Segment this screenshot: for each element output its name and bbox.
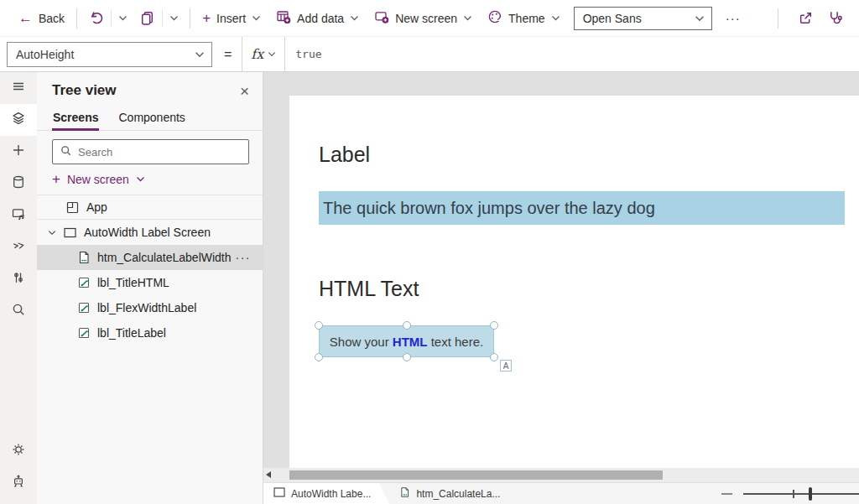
theme-menu-button[interactable]: Theme xyxy=(484,6,564,30)
breadcrumb-screen[interactable]: AutoWidth Labe... xyxy=(263,483,389,504)
chevron-down-icon xyxy=(136,176,145,182)
html-text-bold: HTML xyxy=(393,335,428,349)
resize-handle-bottom-left[interactable] xyxy=(315,353,323,361)
resize-handle-top-left[interactable] xyxy=(315,321,323,330)
fx-icon: fx xyxy=(251,46,263,62)
zoom-slider-thumb[interactable] xyxy=(809,487,812,501)
tree-item-control[interactable]: lbl_FlexWidthLabel xyxy=(37,295,263,320)
rail-virtual-agent-button[interactable] xyxy=(0,467,37,499)
tab-components[interactable]: Components xyxy=(117,107,185,130)
resize-handle-top-right[interactable] xyxy=(490,321,498,330)
robot-icon xyxy=(11,474,26,492)
share-icon xyxy=(798,10,814,26)
tree-view-tabs: Screens Components xyxy=(37,104,263,131)
zoom-out-icon[interactable] xyxy=(721,493,732,495)
tree-search xyxy=(52,139,249,164)
stethoscope-icon xyxy=(827,10,843,26)
breadcrumb-control[interactable]: htm_CalculateLa... xyxy=(389,486,500,501)
toolbar-divider xyxy=(76,8,77,29)
formula-bar: AutoHeight = fx true xyxy=(0,37,859,72)
tree-item-screen[interactable]: AutoWidth Label Screen xyxy=(37,220,263,245)
fx-dropdown-button[interactable]: fx xyxy=(242,37,285,72)
resize-handle-bottom-right[interactable] xyxy=(490,353,498,361)
panel-new-screen-button[interactable]: + New screen xyxy=(37,164,263,193)
screen-icon xyxy=(63,226,77,240)
app-screen[interactable]: Label The quick brown fox jumps over the… xyxy=(289,96,859,468)
clipboard-icon xyxy=(139,10,155,26)
resize-handle-bottom-center[interactable] xyxy=(403,353,411,361)
tools-icon xyxy=(11,270,26,288)
font-selector-value: Open Sans xyxy=(583,12,642,25)
rail-insert-button[interactable] xyxy=(0,136,37,168)
share-button[interactable] xyxy=(795,8,816,29)
main-area: Tree view × Screens Components + New scr… xyxy=(0,72,859,504)
property-selector[interactable]: AutoHeight xyxy=(7,42,212,67)
theme-label: Theme xyxy=(508,12,545,25)
tree-item-label: htm_CalculateLabelWidth xyxy=(97,251,232,264)
rail-media-button[interactable] xyxy=(0,200,37,231)
left-rail xyxy=(0,72,37,504)
chevron-down-icon xyxy=(195,51,205,58)
powerapps-studio: ← Back + Insert Add data New screen xyxy=(0,0,859,504)
tree-item-control[interactable]: lbl_TitleLabel xyxy=(37,320,263,346)
rail-power-automate-button[interactable] xyxy=(0,231,37,263)
formula-input[interactable]: true xyxy=(285,48,859,60)
tab-screens[interactable]: Screens xyxy=(52,107,99,130)
flex-width-label-control[interactable]: The quick brown fox jumps over the lazy … xyxy=(319,191,845,225)
panel-new-screen-label: New screen xyxy=(67,173,129,186)
property-selector-value: AutoHeight xyxy=(16,48,74,61)
app-checker-button[interactable] xyxy=(825,8,846,29)
top-toolbar: ← Back + Insert Add data New screen xyxy=(0,0,859,37)
layers-icon xyxy=(11,111,26,129)
resize-handle-top-center[interactable] xyxy=(403,321,411,330)
undo-split-chevron[interactable] xyxy=(116,13,130,23)
search-input[interactable] xyxy=(78,146,242,158)
chevron-down-icon xyxy=(463,15,472,21)
row-more-button[interactable]: ··· xyxy=(236,251,252,264)
tree-item-control[interactable]: lbl_TitleHTML xyxy=(37,270,263,295)
insert-label: Insert xyxy=(216,12,246,25)
rail-search-button[interactable] xyxy=(0,295,37,327)
back-button[interactable]: ← Back xyxy=(15,8,68,29)
html-text-after: text here. xyxy=(428,335,484,349)
rail-data-button[interactable] xyxy=(0,168,37,200)
scrollbar-thumb[interactable] xyxy=(289,470,663,480)
new-screen-menu-button[interactable]: New screen xyxy=(371,6,476,30)
rail-tree-view-button[interactable] xyxy=(0,104,37,136)
control-type-badge[interactable]: A xyxy=(500,360,512,372)
zoom-slider-track[interactable] xyxy=(743,493,859,495)
media-icon xyxy=(11,206,26,225)
gear-icon xyxy=(11,442,26,460)
canvas-area: Label The quick brown fox jumps over the… xyxy=(263,72,859,504)
plus-icon xyxy=(11,143,26,161)
breadcrumb-control-label: htm_CalculateLa... xyxy=(416,488,500,500)
tree-item-control[interactable]: htm_CalculateLabelWidth ··· xyxy=(37,245,263,270)
rail-spacer xyxy=(0,327,37,435)
horizontal-scrollbar[interactable] xyxy=(263,468,859,482)
plus-icon: + xyxy=(202,11,211,25)
rail-advanced-tools-button[interactable] xyxy=(0,263,37,295)
html-section-heading: HTML Text xyxy=(319,277,419,301)
tree-item-label: lbl_TitleHTML xyxy=(97,276,169,289)
html-text-control[interactable]: Show your HTML text here. xyxy=(319,325,494,357)
tree-item-app[interactable]: App xyxy=(37,195,263,220)
new-screen-label: New screen xyxy=(395,12,457,25)
hamburger-icon xyxy=(11,79,26,97)
more-commands-button[interactable]: ··· xyxy=(721,11,746,25)
chevron-down-icon[interactable] xyxy=(48,230,56,236)
paste-button[interactable] xyxy=(137,8,158,29)
paste-split-chevron[interactable] xyxy=(167,13,181,23)
rail-menu-button[interactable] xyxy=(0,72,37,104)
label-icon xyxy=(77,276,91,289)
insert-menu-button[interactable]: + Insert xyxy=(199,8,264,29)
toolbar-divider xyxy=(190,8,190,29)
undo-button[interactable] xyxy=(86,8,107,29)
font-selector[interactable]: Open Sans xyxy=(574,7,712,30)
scroll-left-icon[interactable] xyxy=(266,471,271,478)
rail-settings-button[interactable] xyxy=(0,435,37,467)
html-text-icon xyxy=(399,486,410,501)
add-data-menu-button[interactable]: Add data xyxy=(273,6,362,30)
close-icon[interactable]: × xyxy=(240,83,249,99)
chevron-down-icon xyxy=(695,15,705,22)
html-text-icon xyxy=(77,251,91,264)
